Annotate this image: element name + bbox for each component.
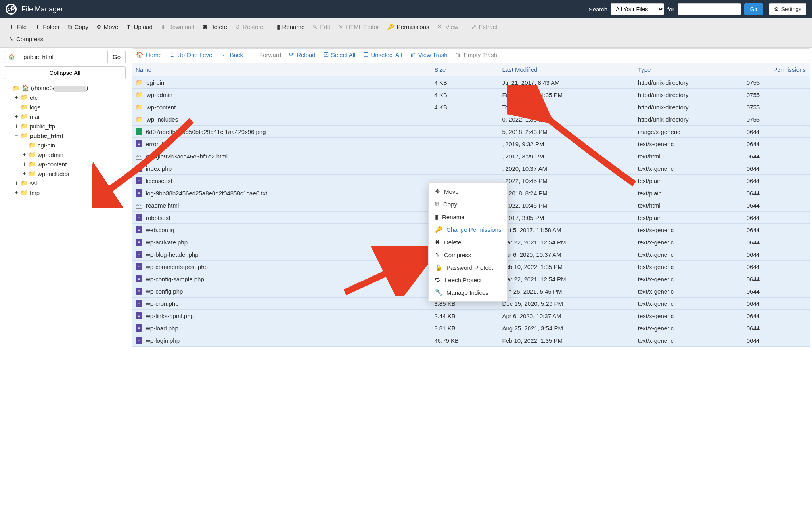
edit-button: ✎Edit (308, 21, 334, 33)
for-label: for (667, 6, 674, 13)
cpanel-logo-icon: cP (6, 4, 17, 15)
delete-button[interactable]: ✖Delete (199, 21, 231, 33)
compress-icon: ⤡ (9, 35, 14, 42)
download-button: ⬇Download (157, 21, 199, 33)
permissions-button[interactable]: 🔑Permissions (383, 21, 433, 33)
rename-button[interactable]: ▮Rename (273, 21, 309, 33)
search-input[interactable] (678, 3, 741, 15)
restore-icon: ↺ (235, 23, 240, 31)
copy-button[interactable]: ⧉Copy (64, 21, 92, 33)
restore-button: ↺Restore (231, 21, 268, 33)
download-icon: ⬇ (161, 23, 166, 31)
key-icon: 🔑 (387, 23, 395, 31)
upload-icon: ⬆ (126, 23, 131, 31)
plus-icon: ＋ (34, 23, 40, 31)
extract-button: ⤢Extract (467, 21, 502, 33)
move-icon: ✥ (96, 23, 102, 31)
app-header: cP File Manager Search All Your Files fo… (0, 0, 812, 18)
gear-icon: ⚙ (774, 6, 779, 12)
settings-button[interactable]: ⚙ Settings (769, 3, 806, 15)
file-button[interactable]: ＋File (5, 21, 31, 33)
extract-icon: ⤢ (471, 23, 477, 31)
pencil-icon: ✎ (312, 23, 318, 31)
file-icon: ▮ (277, 23, 280, 31)
search-go-button[interactable]: Go (744, 3, 764, 15)
plus-icon: ＋ (9, 23, 15, 31)
sidebar: 🏠 Go Collapse All −📁🏠(/home3/) +📁etc 📁lo… (0, 47, 130, 48)
app-title: File Manager (21, 5, 63, 13)
edit-box-icon: ☒ (338, 23, 343, 31)
x-icon: ✖ (203, 23, 208, 31)
upload-button[interactable]: ⬆Upload (122, 21, 157, 33)
folder-button[interactable]: ＋Folder (31, 21, 64, 33)
html-editor-button: ☒HTML Editor (334, 21, 383, 33)
view-button: 👁View (433, 21, 462, 32)
compress-button[interactable]: ⤡Compress (5, 33, 47, 45)
search-scope-select[interactable]: All Your Files (611, 3, 664, 15)
main-toolbar: ＋File ＋Folder ⧉Copy ✥Move ⬆Upload ⬇Downl… (0, 18, 812, 48)
search-group: Search All Your Files for Go (589, 3, 764, 15)
eye-icon: 👁 (437, 23, 443, 30)
move-button[interactable]: ✥Move (92, 21, 123, 33)
content-pane: 🏠Home ↥Up One Level ←Back →Forward ⟳Relo… (130, 47, 812, 48)
settings-label: Settings (781, 6, 801, 12)
search-label: Search (589, 6, 608, 13)
copy-icon: ⧉ (68, 23, 72, 31)
